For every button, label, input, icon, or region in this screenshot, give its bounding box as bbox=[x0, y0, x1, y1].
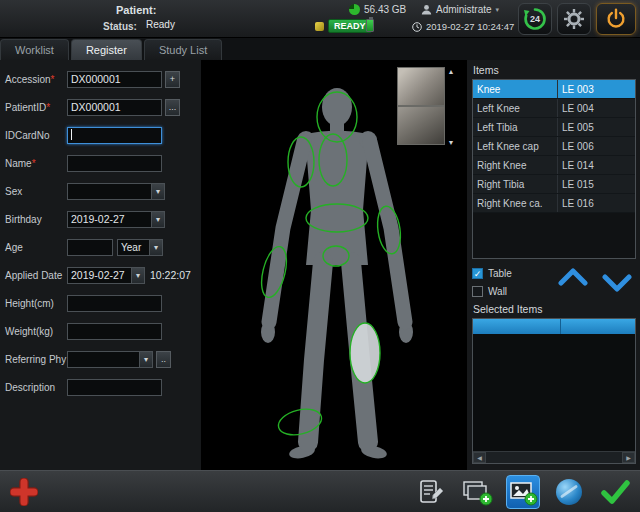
selected-items-table: ◀ ▶ bbox=[472, 318, 636, 464]
no-entry-icon bbox=[556, 479, 582, 505]
body-map-panel[interactable]: ▲ ▼ bbox=[202, 60, 467, 470]
patientid-browse-button[interactable]: ... bbox=[165, 99, 180, 116]
user-icon bbox=[421, 4, 432, 15]
list-item[interactable]: Right Knee ca. LE 016 bbox=[473, 194, 635, 213]
move-down-button[interactable] bbox=[602, 274, 632, 292]
datetime-value: 2019-02-27 10:24:47 bbox=[426, 21, 514, 32]
accession-input[interactable] bbox=[67, 71, 162, 88]
status-value: Ready bbox=[146, 19, 175, 30]
age-unit-select[interactable]: Year bbox=[117, 239, 149, 256]
top-bar: Patient: Status: Ready 56.43 GB Administ… bbox=[0, 0, 640, 38]
gear-icon bbox=[563, 8, 585, 30]
tab-worklist[interactable]: Worklist bbox=[0, 39, 69, 60]
document-edit-icon bbox=[417, 478, 445, 506]
tab-study-list[interactable]: Study List bbox=[144, 39, 222, 60]
accession-add-button[interactable]: + bbox=[165, 71, 180, 88]
storage-indicator: 56.43 GB bbox=[349, 4, 406, 15]
idcardno-input[interactable] bbox=[67, 127, 162, 144]
add-study-button[interactable] bbox=[460, 475, 494, 509]
required-marker: * bbox=[46, 102, 50, 113]
wall-checkbox[interactable] bbox=[472, 286, 483, 297]
body-head bbox=[322, 88, 352, 126]
green-check-icon bbox=[599, 478, 631, 506]
referring-physician-select[interactable] bbox=[67, 351, 139, 368]
generator-icon bbox=[315, 22, 324, 31]
sex-select[interactable] bbox=[67, 183, 151, 200]
chevron-down-icon[interactable]: ▾ bbox=[151, 183, 165, 200]
patientid-label: PatientID bbox=[5, 102, 46, 113]
chevron-down-icon[interactable]: ▾ bbox=[151, 211, 165, 228]
settings-button[interactable] bbox=[557, 3, 591, 35]
weight-input[interactable] bbox=[67, 323, 162, 340]
chevron-down-icon: ▾ bbox=[496, 6, 500, 14]
patient-form-panel: Accession* + PatientID* ... IDCardNo Nam… bbox=[0, 60, 202, 470]
age-label: Age bbox=[5, 242, 67, 253]
clock-icon bbox=[412, 22, 422, 32]
items-title: Items bbox=[473, 64, 636, 76]
text-caret bbox=[71, 129, 72, 140]
chevron-down-icon[interactable]: ▾ bbox=[131, 267, 145, 284]
table-checkbox-label: Table bbox=[488, 268, 512, 279]
position-thumbnail-1[interactable] bbox=[397, 67, 445, 106]
sex-label: Sex bbox=[5, 186, 67, 197]
form-row-name: Name* bbox=[0, 149, 201, 177]
list-item[interactable]: Left Tibia LE 005 bbox=[473, 118, 635, 137]
power-icon bbox=[604, 7, 628, 31]
birthday-input[interactable] bbox=[67, 211, 151, 228]
idcardno-label: IDCardNo bbox=[5, 130, 67, 141]
form-row-weight: Weight(kg) bbox=[0, 317, 201, 345]
thumbnail-scroll-down-icon[interactable]: ▼ bbox=[448, 139, 455, 146]
bottom-toolbar bbox=[0, 470, 640, 512]
birthday-label: Birthday bbox=[5, 214, 67, 225]
counter-gauge-button[interactable]: 24 bbox=[518, 3, 552, 35]
selected-items-col2-header[interactable] bbox=[561, 319, 635, 334]
list-item[interactable]: Left Knee LE 004 bbox=[473, 99, 635, 118]
name-input[interactable] bbox=[67, 155, 162, 172]
move-up-button[interactable] bbox=[558, 268, 588, 286]
list-item[interactable]: Right Tibia LE 015 bbox=[473, 175, 635, 194]
patientid-input[interactable] bbox=[67, 99, 162, 116]
form-row-sex: Sex ▾ bbox=[0, 177, 201, 205]
description-label: Description bbox=[5, 382, 67, 393]
add-image-icon bbox=[508, 478, 538, 506]
form-row-applied-date: Applied Date ▾ 10:22:07 bbox=[0, 261, 201, 289]
referring-physician-edit-button[interactable]: .. bbox=[156, 351, 171, 368]
items-list: Knee LE 003 Left Knee LE 004 Left Tibia … bbox=[472, 79, 636, 259]
age-input[interactable] bbox=[67, 239, 113, 256]
wall-checkbox-label: Wall bbox=[488, 286, 507, 297]
add-image-button[interactable] bbox=[506, 475, 540, 509]
edit-worklist-button[interactable] bbox=[414, 475, 448, 509]
status-label: Status: bbox=[103, 21, 137, 32]
tab-register[interactable]: Register bbox=[71, 39, 142, 60]
table-checkbox[interactable]: ✓ bbox=[472, 268, 483, 279]
position-thumbnails: ▲ ▼ bbox=[397, 67, 459, 147]
new-patient-button[interactable] bbox=[10, 478, 38, 510]
power-button[interactable] bbox=[596, 3, 636, 35]
height-input[interactable] bbox=[67, 295, 162, 312]
scroll-right-icon[interactable]: ▶ bbox=[622, 452, 635, 463]
height-label: Height(cm) bbox=[5, 298, 67, 309]
scroll-left-icon[interactable]: ◀ bbox=[473, 452, 486, 463]
selected-items-col1-header[interactable] bbox=[473, 319, 561, 334]
ready-indicator: READY bbox=[315, 19, 372, 33]
battery-icon bbox=[366, 19, 374, 32]
chevron-down-icon[interactable]: ▾ bbox=[139, 351, 153, 368]
thumbnail-scroll-up-icon[interactable]: ▲ bbox=[448, 68, 455, 75]
form-row-birthday: Birthday ▾ bbox=[0, 205, 201, 233]
user-name: Administrate bbox=[436, 4, 492, 15]
list-item[interactable]: Right Knee LE 014 bbox=[473, 156, 635, 175]
list-item[interactable]: Left Knee cap LE 006 bbox=[473, 137, 635, 156]
referring-physician-label: Referring Phy bbox=[5, 354, 67, 365]
chevron-down-icon[interactable]: ▾ bbox=[149, 239, 163, 256]
list-item[interactable]: Knee LE 003 bbox=[473, 80, 635, 99]
app-window: Patient: Status: Ready 56.43 GB Administ… bbox=[0, 0, 640, 512]
applied-date-input[interactable] bbox=[67, 267, 131, 284]
ready-badge: READY bbox=[328, 19, 372, 33]
confirm-button[interactable] bbox=[598, 475, 632, 509]
description-input[interactable] bbox=[67, 379, 162, 396]
horizontal-scrollbar[interactable]: ◀ ▶ bbox=[473, 451, 635, 463]
user-indicator[interactable]: Administrate ▾ bbox=[421, 4, 499, 15]
position-thumbnail-2[interactable] bbox=[397, 106, 445, 145]
accession-label: Accession bbox=[5, 74, 51, 85]
cancel-study-button[interactable] bbox=[552, 475, 586, 509]
